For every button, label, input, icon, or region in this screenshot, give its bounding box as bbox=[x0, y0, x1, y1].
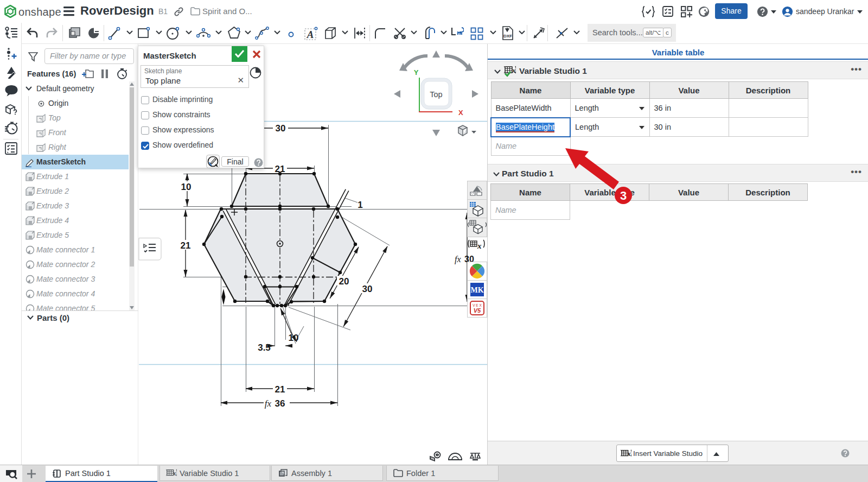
svg-text:21: 21 bbox=[275, 384, 285, 395]
svg-text:A: A bbox=[307, 29, 314, 40]
svg-text:1: 1 bbox=[358, 200, 362, 210]
svg-text:36: 36 bbox=[275, 398, 285, 409]
svg-text:Top: Top bbox=[430, 90, 442, 99]
svg-text:10: 10 bbox=[289, 333, 299, 343]
svg-text:DXF: DXF bbox=[503, 34, 512, 39]
svg-text:fx: fx bbox=[265, 398, 272, 409]
svg-text:30: 30 bbox=[276, 123, 286, 134]
svg-text:20: 20 bbox=[339, 276, 349, 287]
svg-text:X: X bbox=[458, 109, 463, 117]
svg-text:fx: fx bbox=[455, 255, 461, 264]
svg-text:21: 21 bbox=[181, 240, 191, 251]
svg-text:V E X: V E X bbox=[473, 303, 482, 307]
svg-text:30: 30 bbox=[362, 284, 373, 294]
svg-text:Y: Y bbox=[414, 68, 419, 77]
svg-text:3.5: 3.5 bbox=[258, 343, 271, 353]
svg-text:3: 3 bbox=[620, 189, 627, 202]
svg-text:V5: V5 bbox=[474, 307, 481, 314]
svg-text:10: 10 bbox=[181, 182, 192, 192]
svg-text:MK: MK bbox=[470, 286, 483, 294]
svg-text:x: x bbox=[173, 470, 176, 477]
svg-text:x: x bbox=[477, 242, 482, 250]
svg-text:x: x bbox=[627, 450, 631, 458]
